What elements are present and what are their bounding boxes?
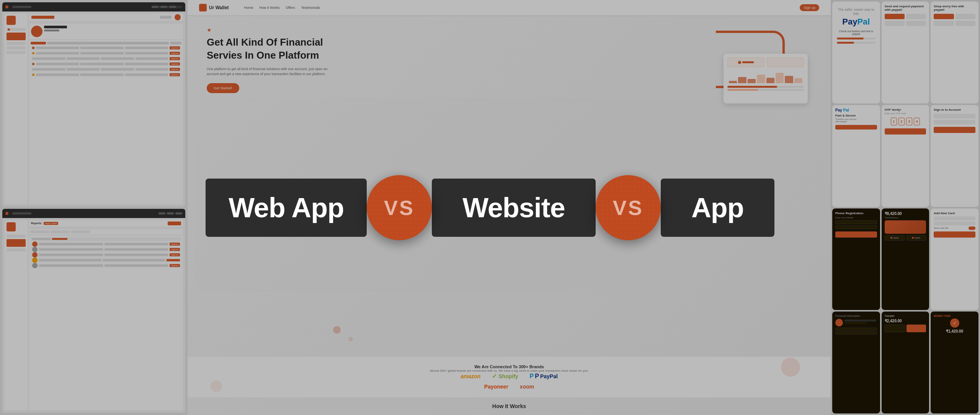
add-card-screen: Add New Card Save card info xyxy=(931,208,978,310)
how-title: How It Works xyxy=(207,403,812,409)
connected-subtitle: Almost 300+ global brands are connected … xyxy=(207,369,812,372)
paypal-main-screen: The safer, easier way to pay PayPal Chec… xyxy=(832,2,880,103)
hero-description: One platform to get all kind of financia… xyxy=(207,67,329,77)
phone-reg-screen: Phone Registration Enter your details xyxy=(832,208,880,310)
add-card-btn xyxy=(934,231,975,238)
how-it-works-section: How It Works xyxy=(188,397,831,415)
fast-secure-screen: PayPal Fast & Secure Transfer your money… xyxy=(832,105,880,207)
fast-secure-btn xyxy=(835,125,877,130)
brands-section: We Are Connected To 300+ Brands Almost 3… xyxy=(188,357,831,397)
logo-icon xyxy=(199,4,207,11)
webapp-screenshot-bottom: Reports: Report: Week xyxy=(2,209,185,413)
hero-decoration xyxy=(708,23,815,100)
mini-chart xyxy=(727,69,804,85)
payoneer-logo: Payoneer xyxy=(484,384,508,390)
hero-title: Get All Kind Of Financial Servies In One… xyxy=(207,36,352,62)
connected-title: We Are Connected To 300+ Brands xyxy=(207,364,812,369)
deco-circle-1 xyxy=(333,326,341,334)
amazon-logo: amazon xyxy=(461,373,480,379)
nav-links: Home How it Works Offers Testimonials xyxy=(244,6,320,10)
dashboard-card xyxy=(724,54,808,103)
phone-reg-btn xyxy=(835,231,877,238)
otp-verify-btn xyxy=(885,128,926,135)
paypal-logo-brand: PP PayPal xyxy=(530,373,558,380)
nav-how: How it Works xyxy=(260,6,280,10)
personal-info-screen: Personal Information xyxy=(832,312,880,413)
shopify-logo: ✓ Shopify xyxy=(492,372,518,380)
shop-screen: Shop worry free with paypal! xyxy=(931,2,978,103)
website-navbar: Ur Wallet Home How it Works Offers Testi… xyxy=(188,0,831,15)
signin-btn xyxy=(934,127,975,133)
toggle-switch xyxy=(969,226,975,230)
website-deco-circle-2 xyxy=(211,381,222,392)
nav-offers: Offers xyxy=(286,6,295,10)
site-logo: Ur Wallet xyxy=(199,4,229,11)
nav-testimonials: Testimonials xyxy=(301,6,320,10)
xoom-logo: xoom xyxy=(520,384,534,390)
toggle-row-1: Save card info xyxy=(934,226,975,230)
pay-balance-screen: ₹8,420.00 Total Balance xyxy=(882,208,929,310)
webapp-dot-1 xyxy=(5,5,8,8)
app-row-bottom: Phone Registration Enter your details ₹8… xyxy=(832,208,978,310)
app-row-lowest: Personal Information Transfer ₹2,420.00 xyxy=(832,312,978,413)
report-week-badge: Report: Week xyxy=(44,222,58,225)
nav-signup-button[interactable]: Sign up xyxy=(800,4,819,11)
website-deco-circle-1 xyxy=(781,358,800,377)
hero-cta-button[interactable]: Get Started! xyxy=(207,83,239,93)
signin-screen: Sign in to Account xyxy=(931,105,978,207)
transfer-screen: Transfer ₹2,420.00 xyxy=(882,312,929,413)
deco-circle-2 xyxy=(348,337,353,341)
middle-website-panel: Ur Wallet Home How it Works Offers Testi… xyxy=(188,0,831,415)
left-screenshots-panel: Approve Approve Approve Approve Approve … xyxy=(0,0,188,415)
right-app-panel: The safer, easier way to pay PayPal Chec… xyxy=(831,0,980,415)
webapp-screenshot-top: Approve Approve Approve Approve Approve … xyxy=(2,2,185,207)
money-paid-screen: MONEY PAID ✓ ₹1,420.00 xyxy=(931,312,978,413)
main-container: Approve Approve Approve Approve Approve … xyxy=(0,0,980,415)
brand-logos: amazon ✓ Shopify PP PayPal xyxy=(207,372,812,380)
otp-screen: OTP Verify! Enter your OTP code 1 2 3 4 xyxy=(882,105,929,207)
app-row-top: The safer, easier way to pay PayPal Chec… xyxy=(832,2,978,103)
otp-display: 1 2 3 4 xyxy=(885,118,926,125)
app-card-visual xyxy=(885,220,926,234)
logo-text: Ur Wallet xyxy=(209,5,229,10)
nav-home: Home xyxy=(244,6,253,10)
hero-section: ★ Get All Kind Of Financial Servies In O… xyxy=(188,15,831,357)
send-request-screen: Send and request payment with paypal! xyxy=(882,2,929,103)
brand-logos-row2: Payoneer xoom xyxy=(207,384,812,390)
bg-screenshots: Approve Approve Approve Approve Approve … xyxy=(0,0,980,415)
app-row-middle: PayPal Fast & Secure Transfer your money… xyxy=(832,105,978,207)
